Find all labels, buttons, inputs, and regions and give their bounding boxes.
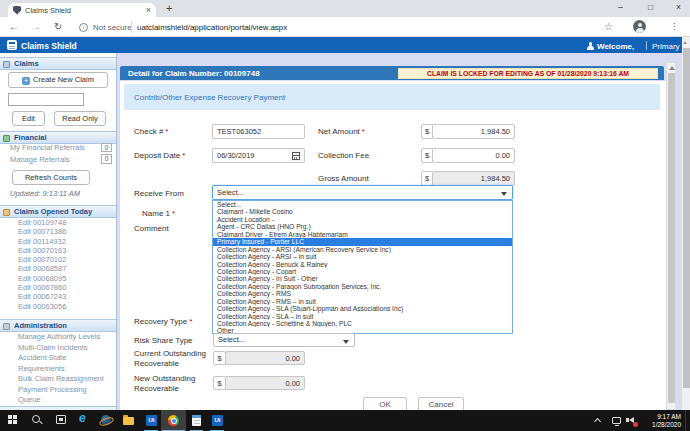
browser-tab[interactable]: Claims Shield ×	[8, 3, 156, 17]
claim-search-input[interactable]	[8, 93, 84, 106]
sidebar-section-claims[interactable]: Claims	[0, 57, 116, 70]
claim-edit-link[interactable]: Edit 00071386	[18, 227, 114, 236]
show-desktop-button[interactable]	[685, 410, 686, 431]
taskbar-clock[interactable]: 9:17 AM1/28/2020	[641, 413, 681, 428]
taskbar-search-icon[interactable]	[32, 415, 40, 423]
clock-date: 1/28/2020	[652, 421, 681, 428]
claims-today-section-icon	[3, 209, 10, 216]
speaker-muted-badge	[633, 422, 638, 427]
uipath-2-icon[interactable]: Ui	[212, 415, 223, 426]
claim-edit-link[interactable]: Edit 00067243	[18, 292, 114, 301]
forward-icon[interactable]: →	[31, 21, 41, 32]
administration-link[interactable]: Accident State Requirements	[18, 353, 106, 374]
calendar-button[interactable]	[288, 148, 305, 163]
receive-from-option[interactable]: Collection Agency - Benuck & Rainey	[213, 261, 512, 268]
receive-from-option[interactable]: Collection Agency - Paragon Subrogation …	[213, 283, 512, 290]
edit-button[interactable]: Edit	[12, 111, 45, 126]
receive-from-option[interactable]: Collection Agency - SLA (Stuart-Lippman …	[213, 305, 512, 312]
scrollbar-thumb[interactable]	[668, 73, 675, 403]
chrome-icon[interactable]	[168, 415, 179, 426]
claim-edit-link[interactable]: Edit 00114932	[18, 237, 114, 246]
task-view-icon[interactable]	[56, 415, 66, 424]
scroll-up-icon[interactable]	[683, 41, 687, 44]
network-icon[interactable]	[612, 417, 621, 424]
window-maximize-button[interactable]: □	[648, 2, 653, 12]
scroll-up-icon[interactable]	[669, 66, 675, 70]
collection-fee-input[interactable]	[432, 148, 515, 163]
receive-from-label: Receive From	[134, 189, 184, 198]
back-icon[interactable]: ←	[9, 21, 19, 32]
required-marker: *	[362, 127, 365, 136]
new-tab-button[interactable]: +	[166, 2, 172, 14]
file-explorer-icon[interactable]	[123, 417, 134, 425]
administration-link[interactable]: Bulk Claim Reassignment	[18, 374, 106, 385]
administration-link[interactable]: Manage Authority Levels	[18, 332, 106, 343]
tray-expand-icon[interactable]	[594, 418, 601, 425]
receive-from-option[interactable]: Accident Location -	[213, 216, 512, 223]
content-scrollbar[interactable]	[666, 62, 676, 410]
administration-section-icon	[3, 323, 10, 330]
claim-edit-link[interactable]: Edit 00067860	[18, 283, 114, 292]
financial-link-row[interactable]: My Financial Referrals0	[10, 142, 114, 154]
bookmark-star-icon[interactable]: ☆	[604, 21, 613, 32]
receive-from-option[interactable]: Select...	[213, 201, 512, 208]
risk-share-type-select[interactable]: Select...	[213, 333, 355, 347]
required-marker: *	[189, 317, 192, 326]
net-amount-label: Net Amount*	[318, 127, 365, 136]
claim-detail-title: Detail for Claim Number: 00109748	[128, 69, 260, 78]
claim-edit-link[interactable]: Edit 00070102	[18, 255, 114, 264]
receive-from-option[interactable]: Primary Insured - Portier LLC	[213, 238, 512, 245]
window-minimize-button[interactable]: –	[618, 2, 623, 12]
refresh-counts-button[interactable]: Refresh Counts	[12, 170, 90, 185]
browser-menu-icon[interactable]: ⋮	[670, 21, 679, 31]
receive-from-option[interactable]: Collection Agency - Schettine & Nguyen, …	[213, 320, 512, 327]
start-button-icon[interactable]	[8, 415, 17, 424]
receive-from-option[interactable]: Claimant Driver - Efrem Araya Habtemaria…	[213, 231, 512, 238]
window-close-button[interactable]: ×	[676, 2, 681, 12]
read-only-button[interactable]: Read Only	[54, 111, 106, 126]
receive-from-select[interactable]: Select...	[212, 185, 513, 200]
financial-link-row[interactable]: Manage Referrals0	[10, 154, 114, 166]
browser-profile-avatar[interactable]	[633, 20, 646, 33]
receive-from-option[interactable]: Claimant - Mikelle Cosino	[213, 208, 512, 215]
uipath-icon[interactable]: Ui	[146, 415, 157, 426]
receive-from-option[interactable]: Collection Agency - SLA – in suit	[213, 313, 512, 320]
receive-from-option[interactable]: Collection Agency - ARSI – in suit	[213, 253, 512, 260]
risk-share-type-label: Risk Share Type	[134, 336, 193, 345]
url-text[interactable]: uatclaimshield/application/portal/view.a…	[137, 23, 287, 32]
check-number-label: Check #*	[134, 127, 168, 136]
receive-from-option[interactable]: Collection Agency - ARSI (American Recov…	[213, 246, 512, 253]
reload-icon[interactable]: ↻	[54, 21, 62, 32]
receive-from-option[interactable]: Collection Agency - RMS – in suit	[213, 298, 512, 305]
claim-edit-link[interactable]: Edit 00109748	[18, 218, 114, 227]
site-info-icon[interactable]: i	[79, 23, 88, 32]
shield-favicon-icon	[13, 6, 21, 15]
receive-from-option[interactable]: Agent - CRC Dallas (HNO Prg.)	[213, 223, 512, 230]
internet-explorer-icon[interactable]: e	[79, 411, 86, 425]
notepad-icon[interactable]	[192, 415, 201, 426]
count-badge: 0	[101, 154, 112, 164]
claim-edit-link[interactable]: Edit 00068095	[18, 274, 114, 283]
administration-link[interactable]: Multi-Claim Incidents	[18, 343, 106, 354]
scrollbar-thumb[interactable]	[683, 48, 690, 388]
not-secure-label[interactable]: Not secure	[93, 23, 132, 32]
primary-user-link[interactable]: Primary	[652, 42, 680, 51]
claim-edit-link[interactable]: Edit 00063056	[18, 302, 114, 311]
sidebar-section-administration[interactable]: Administration	[0, 319, 116, 332]
receive-from-option[interactable]: Collection Agency - RMS	[213, 290, 512, 297]
create-new-claim-button[interactable]: +Create New Claim	[8, 72, 108, 88]
claim-edit-link[interactable]: Edit 00070163	[18, 246, 114, 255]
claim-edit-link[interactable]: Edit 00068587	[18, 264, 114, 273]
deposit-date-input[interactable]	[212, 148, 289, 163]
receive-from-option[interactable]: Collection Agency - In Suit - Other	[213, 275, 512, 282]
current-outstanding-input	[225, 351, 305, 365]
receive-from-option[interactable]: Collection Agency - Copart	[213, 268, 512, 275]
tab-close-icon[interactable]: ×	[146, 5, 151, 15]
claim-locked-banner: CLAIM IS LOCKED FOR EDITING AS OF 01/28/…	[398, 68, 658, 79]
globe-app-icon[interactable]	[101, 415, 111, 425]
sidebar-section-claims-opened-today[interactable]: Claims Opened Today	[0, 205, 116, 218]
check-number-input[interactable]	[212, 124, 305, 139]
administration-link[interactable]: Payment Processing Queue	[18, 385, 106, 406]
browser-scrollbar[interactable]	[682, 37, 690, 410]
net-amount-input[interactable]	[432, 124, 515, 139]
